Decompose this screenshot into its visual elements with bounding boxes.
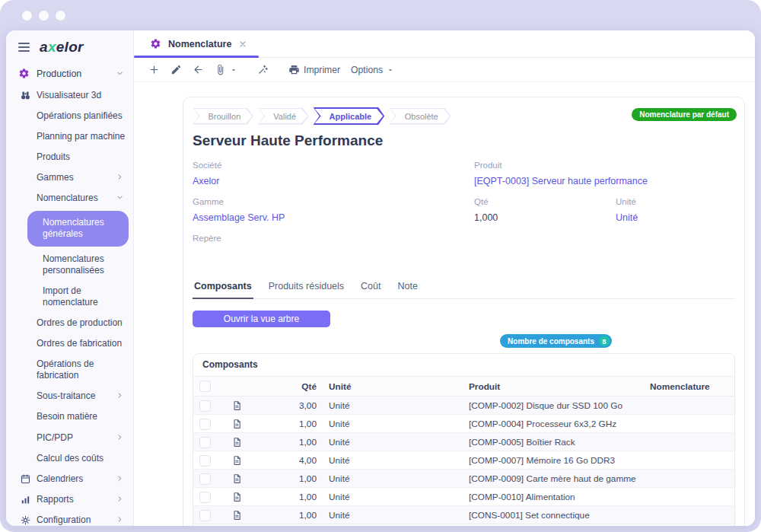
- back-button[interactable]: [187, 62, 209, 78]
- sidebar-item-label: Rapports: [37, 494, 74, 505]
- cell-produit: [COMP-0004] Processeur 6x3,2 GHz: [463, 415, 644, 433]
- window-control-dot[interactable]: [22, 11, 32, 21]
- sidebar-item-operations-planifiees[interactable]: Opérations planifiées: [6, 106, 133, 126]
- add-button[interactable]: [143, 62, 165, 78]
- sidebar-item-calendriers[interactable]: Calendriers: [6, 469, 133, 489]
- panel-title: Composants: [193, 354, 734, 377]
- options-button[interactable]: Options: [345, 62, 400, 78]
- print-button[interactable]: Imprimer: [283, 62, 345, 78]
- cell-nomenclature: [644, 488, 735, 506]
- unite-link[interactable]: Unité: [616, 212, 638, 223]
- cell-produit: [COMP-0010] Alimentation: [463, 488, 644, 506]
- caret-down-icon: [230, 66, 237, 74]
- table-header-row: QtéUnitéProduitNomenclatureNe pas gérer …: [193, 377, 735, 397]
- gamme-link[interactable]: Assemblage Serv. HP: [193, 212, 285, 223]
- chevron-down-icon: [116, 194, 123, 201]
- sidebar-item-planning-par-machine[interactable]: Planning par machine: [6, 126, 133, 147]
- cell-unite: Unité: [323, 488, 463, 506]
- document-icon: [231, 473, 257, 485]
- sidebar-item-nomenclatures[interactable]: Nomenclatures: [6, 188, 133, 209]
- unite-label: Unité: [616, 197, 735, 206]
- table-row[interactable]: 1,00Unité[COMP-0005] Boîtier Rack: [193, 433, 735, 451]
- cell-nomenclature: [644, 470, 735, 488]
- cell-nomenclature: [644, 451, 735, 470]
- cell-nomenclature: [644, 415, 735, 433]
- tab-produits-residuels[interactable]: Produits résiduels: [267, 281, 345, 298]
- sidebar-item-visualisateur-3d[interactable]: Visualisateur 3d: [6, 85, 133, 106]
- sidebar-item-configuration[interactable]: Configuration: [6, 510, 133, 526]
- document-icon: [231, 491, 257, 503]
- open-tree-view-button[interactable]: Ouvrir la vue arbre: [193, 311, 330, 327]
- row-checkbox[interactable]: [199, 492, 211, 503]
- row-checkbox[interactable]: [199, 455, 211, 467]
- window-control-dot[interactable]: [39, 11, 49, 21]
- tab-nomenclature[interactable]: Nomenclature: [134, 30, 259, 57]
- repere-label: Repère: [193, 234, 474, 243]
- column-header-unite: Unité: [323, 377, 463, 397]
- cell-qte: 1,00: [263, 524, 323, 526]
- calendar-icon: [20, 473, 32, 486]
- sidebar-item-label: PIC/PDP: [37, 432, 73, 444]
- cell-produit: [CONS-0001] Set connectique: [463, 506, 644, 524]
- sidebar-item-ordres-de-fabrication[interactable]: Ordres de fabrication: [6, 333, 133, 354]
- action-wand-button[interactable]: [252, 62, 274, 78]
- sidebar-item-produits[interactable]: Produits: [6, 147, 133, 167]
- status-brouillon: Brouillon: [193, 108, 253, 125]
- form-card: Nomenclature par défaut BrouillonValidéA…: [183, 97, 745, 526]
- components-count-badge: Nombre de composants 8: [500, 334, 612, 348]
- sidebar-item-ordres-de-production[interactable]: Ordres de production: [6, 313, 133, 333]
- sidebar-item-nomenclatures-personnalisees[interactable]: Nomenclatures personnalisées: [6, 249, 133, 281]
- cell-unite: Unité: [323, 524, 463, 526]
- tab-cout[interactable]: Coût: [359, 281, 382, 298]
- chevron-down-icon: [116, 70, 123, 77]
- table-row[interactable]: 4,00Unité[COMP-0007] Mémoire 16 Go DDR3: [193, 451, 735, 470]
- table-row[interactable]: 1,00Unité[COMP-0010] Alimentation: [193, 488, 735, 506]
- cell-qte: 3,00: [263, 397, 323, 415]
- row-checkbox[interactable]: [199, 437, 211, 448]
- table-row[interactable]: 3,00Unité[COMP-0002] Disque dur SSD 100 …: [193, 397, 735, 415]
- row-checkbox[interactable]: [199, 473, 211, 485]
- tab-composants[interactable]: Composants: [193, 281, 253, 298]
- sidebar-item-besoin-matiere[interactable]: Besoin matière: [6, 406, 133, 427]
- toolbar: Imprimer Options: [134, 58, 755, 82]
- row-checkbox[interactable]: [199, 400, 211, 412]
- row-checkbox[interactable]: [199, 510, 211, 521]
- table-row[interactable]: 1,00Unité[CONS-0001] Set connectique: [193, 506, 735, 524]
- sidebar-item-import-de-nomenclature[interactable]: Import de nomenclature: [6, 281, 133, 313]
- sidebar-item-operations-de-fabrication[interactable]: Opérations de fabrication: [6, 354, 133, 386]
- close-icon[interactable]: [238, 40, 247, 49]
- chevron-right-icon: [116, 516, 123, 523]
- table-body: 3,00Unité[COMP-0002] Disque dur SSD 100 …: [193, 397, 735, 526]
- cell-produit: [CONS-0002] Set visserie: [463, 524, 644, 526]
- sidebar-item-calcul-des-couts[interactable]: Calcul des coûts: [6, 448, 133, 469]
- table-row[interactable]: 1,00Unité[CONS-0002] Set visserie: [193, 524, 735, 526]
- sidebar-item-label: Import de nomenclature: [43, 285, 125, 308]
- status-label: Validé: [259, 109, 307, 123]
- sidebar-item-nomenclatures-generales[interactable]: Nomenclatures générales: [27, 211, 129, 246]
- column-header-qte: Qté: [263, 377, 323, 397]
- chevron-right-icon: [116, 495, 123, 502]
- icon-column-header: [225, 377, 263, 397]
- sidebar-item-pic-pdp[interactable]: PIC/PDP: [6, 428, 133, 448]
- societe-link[interactable]: Axelor: [193, 176, 219, 186]
- table-row[interactable]: 1,00Unité[COMP-0009] Carte mère haut de …: [193, 470, 735, 488]
- window-control-dot[interactable]: [56, 11, 65, 21]
- page-title: Serveur Haute Performance: [193, 132, 735, 149]
- attachment-button[interactable]: [209, 62, 243, 78]
- sidebar-item-production[interactable]: Production: [6, 64, 133, 85]
- default-bom-badge: Nomenclature par défaut: [632, 108, 737, 121]
- edit-button[interactable]: [165, 62, 187, 78]
- sidebar-nav: ProductionVisualisateur 3dOpérations pla…: [6, 64, 133, 526]
- sidebar-item-sous-traitance[interactable]: Sous-traitance: [6, 386, 133, 406]
- sidebar-item-label: Nomenclatures: [37, 193, 98, 204]
- menu-toggle-icon[interactable]: [18, 43, 30, 52]
- app-window: axelor ProductionVisualisateur 3dOpérati…: [6, 30, 755, 526]
- tab-note[interactable]: Note: [396, 281, 419, 298]
- sidebar-item-rapports[interactable]: Rapports: [6, 489, 133, 510]
- produit-link[interactable]: [EQPT-0003] Serveur haute performance: [474, 176, 648, 186]
- select-all-checkbox[interactable]: [199, 381, 211, 392]
- table-row[interactable]: 1,00Unité[COMP-0004] Processeur 6x3,2 GH…: [193, 415, 735, 433]
- sidebar-item-gammes[interactable]: Gammes: [6, 167, 133, 188]
- cell-nomenclature: [644, 433, 735, 451]
- row-checkbox[interactable]: [199, 419, 211, 430]
